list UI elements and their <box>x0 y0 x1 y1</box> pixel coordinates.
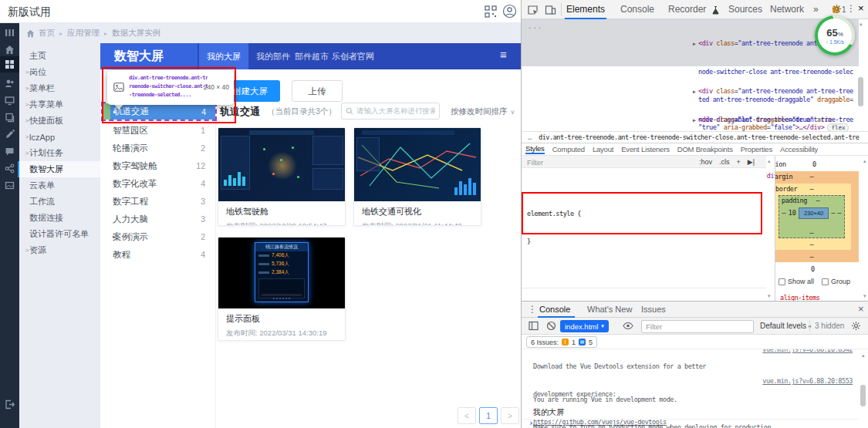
screen-card-metro-visualization[interactable]: 地铁交通可视化 发布时间: 2022/01/21 11:44:40 <box>353 127 481 226</box>
clear-console-icon[interactable] <box>546 321 556 331</box>
sidebar-item-data-connection[interactable]: 数据连接 <box>19 210 100 226</box>
css-rule-selected-bg[interactable]: 155.f96d202…e0620.css:1.lcz-mange-tree-c… <box>522 288 766 301</box>
drawer-tab-console[interactable]: Console <box>539 305 570 314</box>
drawer-tab-issues[interactable]: Issues <box>641 305 666 314</box>
tab-my-widgets[interactable]: 我的部件 <box>256 43 290 69</box>
sidebar-item-posts[interactable]: >岗位 <box>19 64 100 80</box>
image-card-icon[interactable] <box>5 180 15 190</box>
styles-filter-input[interactable]: Filter <box>527 158 543 167</box>
pagination-next-button[interactable]: > <box>501 407 519 424</box>
box-model-content[interactable]: 230×40 <box>799 207 829 219</box>
sidebar-item-workflow[interactable]: 工作流 <box>19 194 100 210</box>
tab-event-listeners[interactable]: Event Listeners <box>621 145 669 153</box>
home-icon[interactable] <box>5 45 15 55</box>
tree-item-case-demo[interactable]: ▸案例演示2 <box>100 228 214 245</box>
drawer-tab-whats-new[interactable]: What's New <box>587 305 632 314</box>
console-sidebar-toggle-icon[interactable] <box>529 321 539 331</box>
element-style-rule[interactable]: element.style { <box>522 209 766 218</box>
tree-item-digital-engineering[interactable]: 数字工程3 <box>100 193 214 210</box>
element-node[interactable]: ▶<div class="ant-tree-treenode ant-tree-… <box>693 124 856 131</box>
new-rule-button[interactable]: + <box>737 158 741 166</box>
devtools-tab-recorder[interactable]: Recorder <box>668 4 706 15</box>
layers-icon[interactable] <box>5 113 15 123</box>
scroll-down-icon[interactable]: ▾ <box>863 293 866 299</box>
kebab-menu-icon[interactable]: ⋮ <box>846 3 856 14</box>
pagination-prev-button[interactable]: < <box>458 407 476 424</box>
pencil-icon[interactable] <box>5 130 15 140</box>
close-devtools-icon[interactable]: × <box>858 2 864 14</box>
more-tabs-icon[interactable]: » <box>813 4 819 15</box>
console-prompt[interactable]: › <box>529 419 533 428</box>
console-settings-gear-icon[interactable] <box>851 321 861 331</box>
sidebar-item-menubar[interactable]: >菜单栏 <box>19 80 100 96</box>
console-message-vue-dev-mode[interactable]: You are running Vue in development mode.… <box>522 375 859 428</box>
close-drawer-icon[interactable]: × <box>858 303 864 315</box>
tree-item-smart-park[interactable]: 智慧园区1 <box>100 122 214 139</box>
tab-official-site[interactable]: 乐创者官网 <box>332 43 374 69</box>
box-model-padding[interactable]: padding – – 10 230×40 – – – <box>778 195 845 238</box>
sort-select[interactable]: 按修改时间排序∨ <box>451 106 515 117</box>
share-nodes-icon[interactable] <box>5 163 15 174</box>
tree-item-tutorial[interactable]: 教程4 <box>100 246 214 263</box>
menu-bars-icon[interactable] <box>5 28 15 38</box>
source-link[interactable]: vue.min.js?v=6.88.20:8542 <box>762 349 853 354</box>
scroll-up-icon[interactable]: ▴ <box>768 158 771 164</box>
qr-code-icon[interactable] <box>485 5 497 18</box>
tab-my-screens[interactable]: 我的大屏 <box>199 43 248 69</box>
group-checkbox[interactable]: Group <box>822 278 850 285</box>
context-selector[interactable]: index.html▾ <box>560 320 609 332</box>
inspect-element-icon[interactable] <box>527 4 539 15</box>
toggle-hov[interactable]: :hov <box>699 158 712 166</box>
log-levels-select[interactable]: Default levels ▾ <box>760 322 811 330</box>
devtools-tab-console[interactable]: Console <box>620 4 654 15</box>
sidebar-item-smart-screen[interactable]: 数智大屏 <box>19 161 100 177</box>
screen-card-metro-cockpit[interactable]: 地铁驾驶舱 发布时间: 2022/10/20 10:54:47 <box>218 127 346 226</box>
drawer-kebab-icon[interactable]: ⋮ <box>528 304 537 315</box>
breadcrumb-home[interactable]: 首页 <box>39 28 55 39</box>
screen-card-tip-panel[interactable]: 钱江路客流情况 7,406人 5,736人 2,384人 提示面板 发布时间: … <box>218 237 346 341</box>
tree-item-hr-brain[interactable]: 人力大脑3 <box>100 211 214 227</box>
device-toolbar-icon[interactable] <box>545 4 556 15</box>
tree-item-carousel-demo[interactable]: 轮播演示2 <box>100 140 214 157</box>
sidebar-item-lczapp[interactable]: >lczApp <box>19 129 100 145</box>
sidebar-item-home[interactable]: 主页 <box>19 48 100 64</box>
tab-properties[interactable]: Properties <box>741 145 772 153</box>
search-input[interactable]: 请输入大屏名称进行搜索 <box>341 103 440 120</box>
tree-item-digital-cockpit[interactable]: 数字驾驶舱12 <box>100 157 214 174</box>
devtools-tab-network[interactable]: Network <box>770 4 804 15</box>
devtools-tab-sources[interactable]: Sources <box>728 4 762 15</box>
sidebar-item-designer-license[interactable]: 设计器许可名单 <box>19 226 100 242</box>
sidebar-item-shared-menu[interactable]: >共享菜单 <box>19 96 100 113</box>
devtools-tab-elements[interactable]: Elements <box>566 4 605 15</box>
pagination-page-1[interactable]: 1 <box>479 407 498 424</box>
tab-layout[interactable]: Layout <box>593 145 613 153</box>
console-message-log[interactable]: 我的大屏 <box>522 406 859 420</box>
tab-widget-market[interactable]: 部件超市 <box>295 43 329 69</box>
logout-icon[interactable] <box>5 399 15 409</box>
issues-chip[interactable]: 6 Issues: ! 1 ▤ 5 <box>526 336 597 348</box>
show-all-checkbox[interactable]: Show all <box>778 278 814 285</box>
eye-icon[interactable] <box>623 321 633 331</box>
console-filter-input[interactable]: Filter <box>641 320 754 333</box>
source-link[interactable]: vue.min.js?v=6.88.20:8553 <box>762 376 853 386</box>
settings-gear-icon[interactable] <box>832 4 842 14</box>
hamburger-menu-icon[interactable]: ≡ <box>500 48 507 61</box>
scroll-up-icon[interactable]: ▴ <box>862 352 865 359</box>
sidebar-item-quick-panel[interactable]: >快捷面板 <box>19 113 100 129</box>
scroll-down-icon[interactable]: ▾ <box>768 293 771 299</box>
toggle-cls[interactable]: .cls <box>719 158 730 166</box>
sidebar-item-resources[interactable]: >资源 <box>19 242 100 258</box>
elements-breadcrumb[interactable]: … div.ant-tree-treenode.ant-tree-treenod… <box>528 133 860 142</box>
sidebar-item-scheduled-tasks[interactable]: >计划任务 <box>19 145 100 161</box>
tab-accessibility[interactable]: Accessibility <box>780 145 818 153</box>
sidebar-item-cloud-form[interactable]: 云表单 <box>19 177 100 194</box>
box-model-margin[interactable]: margin – border – padding – – 10 230×40 … <box>775 171 859 262</box>
tab-styles[interactable]: Styles <box>525 144 545 154</box>
user-avatar-icon[interactable] <box>502 4 517 19</box>
scroll-up-icon[interactable]: ▴ <box>863 158 866 164</box>
chat-icon[interactable] <box>5 147 15 157</box>
expand-panel-icon[interactable]: ▶| <box>748 158 755 166</box>
tab-dom-breakpoints[interactable]: DOM Breakpoints <box>677 145 733 153</box>
users-icon[interactable] <box>5 79 15 89</box>
apps-grid-icon[interactable] <box>5 59 15 69</box>
